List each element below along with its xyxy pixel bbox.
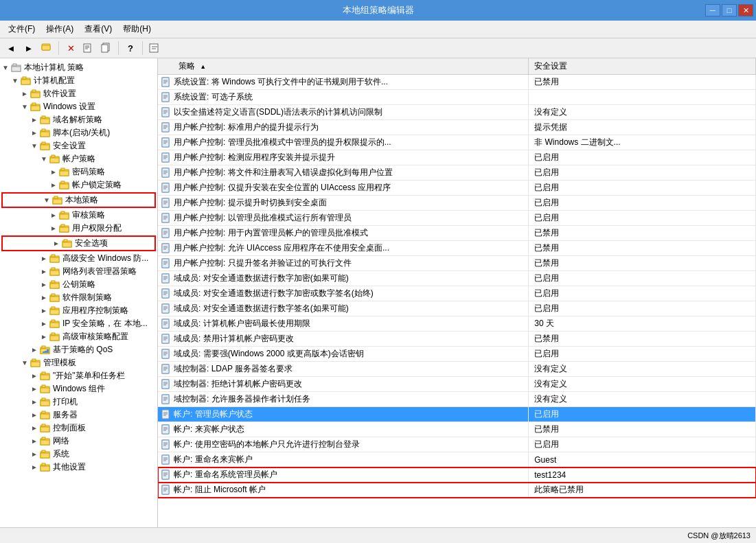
toolbar-back[interactable]: ◄ [3,41,19,56]
table-row[interactable]: 帐户: 重命名系统管理员帐户test1234 [158,467,756,483]
tree-item-network-list[interactable]: ►网络列表管理器策略 [0,265,157,278]
table-row[interactable]: 帐户: 阻止 Microsoft 帐户此策略已禁用 [158,483,756,498]
tree-item-network[interactable]: ►网络 [0,435,157,448]
table-row[interactable]: 用户帐户控制: 标准用户的提升提示行为提示凭据 [158,120,756,135]
tree-expand-windows-settings[interactable]: ▼ [19,102,30,113]
tree-item-local-policy-node[interactable]: ▼本地策略 [1,192,156,208]
table-row[interactable]: 用户帐户控制: 允许 UIAccess 应用程序在不使用安全桌面...已禁用 [158,241,756,256]
tree-expand-windows-components[interactable]: ► [29,384,40,395]
tree-item-password-policy[interactable]: ►密码策略 [0,165,157,178]
tree-expand-admin-templates[interactable]: ▼ [19,358,30,369]
tree-item-ip-security[interactable]: ►IP 安全策略，在 本地... [0,317,157,330]
table-row[interactable]: 域成员: 禁用计算机帐户密码更改已禁用 [158,332,756,347]
tree-item-advanced-audit[interactable]: ►高级审核策略配置 [0,330,157,343]
table-row[interactable]: 系统设置: 将 Windows 可执行文件中的证书规则用于软件...已禁用 [158,75,756,90]
tree-item-control-panel[interactable]: ►控制面板 [0,421,157,435]
col-security[interactable]: 安全设置 [529,58,756,75]
content-pane[interactable]: 策略 ▲ 安全设置 系统设置: 将 Windows 可执行文件中的证书规则用于软… [158,58,756,527]
table-row[interactable]: 用户帐户控制: 以管理员批准模式运行所有管理员已启用 [158,211,756,226]
table-row[interactable]: 帐户: 重命名来宾帐户Guest [158,452,756,467]
tree-expand-ip-security[interactable]: ► [38,319,49,330]
tree-item-server[interactable]: ►服务器 [0,408,157,421]
menu-help[interactable]: 帮助(H) [117,22,157,36]
tree-item-admin-templates[interactable]: ▼管理模板 [0,356,157,369]
tree-expand-start-menu[interactable]: ► [29,371,40,382]
tree-expand-control-panel[interactable]: ► [29,423,40,434]
table-row[interactable]: 域控制器: 拒绝计算机帐户密码更改没有定义 [158,377,756,392]
menu-file[interactable]: 文件(F) [3,22,41,36]
table-row[interactable]: 域成员: 需要强(Windows 2000 或更高版本)会话密钥已启用 [158,347,756,362]
tree-expand-security-options[interactable]: ► [51,238,62,249]
tree-item-account-policy[interactable]: ▼帐户策略 [0,152,157,165]
tree-expand-account-policy[interactable]: ▼ [38,154,49,165]
toolbar-properties[interactable] [80,41,97,56]
table-row[interactable]: 用户帐户控制: 仅提升安装在安全位置的 UIAccess 应用程序已启用 [158,181,756,196]
tree-item-more[interactable]: ►其他设置 [0,461,157,474]
tree-expand-computer-config[interactable]: ▼ [10,76,21,86]
tree-expand-local-policy[interactable]: ▼ [0,62,11,73]
table-row[interactable]: 域成员: 计算机帐户密码最长使用期限30 天 [158,316,756,332]
table-row[interactable]: 帐户: 管理员帐户状态已启用 [158,407,756,422]
tree-item-software-settings[interactable]: ►软件设置 [0,87,157,100]
table-row[interactable]: 用户帐户控制: 管理员批准模式中管理员的提升权限提示的...非 Windows … [158,135,756,150]
tree-item-system[interactable]: ►系统 [0,448,157,461]
tree-expand-qos[interactable]: ► [29,345,40,356]
table-row[interactable]: 用户帐户控制: 将文件和注册表写入错误虚拟化到每用户位置已启用 [158,165,756,181]
table-row[interactable]: 用户帐户控制: 只提升签名并验证过的可执行文件已禁用 [158,256,756,271]
tree-expand-script[interactable]: ► [29,128,40,139]
close-button[interactable]: ✕ [738,4,753,16]
tree-item-app-control[interactable]: ►应用程序控制策略 [0,304,157,317]
tree-item-security-settings[interactable]: ▼安全设置 [0,139,157,152]
tree-item-computer-config[interactable]: ▼计算机配置 [0,74,157,87]
tree-item-start-menu[interactable]: ►"开始"菜单和任务栏 [0,369,157,382]
tree-item-qos[interactable]: ►基于策略的 QoS [0,343,157,356]
tree-item-security-options[interactable]: ►安全选项 [1,235,156,251]
tree-expand-software-settings[interactable]: ► [19,89,30,100]
toolbar-delete[interactable]: ✕ [62,41,79,56]
table-row[interactable]: 帐户: 使用空密码的本地帐户只允许进行控制台登录已启用 [158,437,756,452]
tree-item-advanced-security[interactable]: ►高级安全 Windows 防... [0,252,157,265]
table-row[interactable]: 域成员: 对安全通道数据进行数字加密或数字签名(始终)已启用 [158,286,756,301]
tree-expand-advanced-audit[interactable]: ► [38,332,49,343]
table-row[interactable]: 用户帐户控制: 用于内置管理员帐户的管理员批准模式已禁用 [158,226,756,241]
tree-item-domain-resolve[interactable]: ►域名解析策略 [0,113,157,126]
tree-expand-network-list[interactable]: ► [38,266,49,277]
table-row[interactable]: 用户帐户控制: 提示提升时切换到安全桌面已启用 [158,196,756,211]
table-row[interactable]: 域控制器: 允许服务器操作者计划任务没有定义 [158,392,756,407]
table-row[interactable]: 帐户: 来宾帐户状态已禁用 [158,422,756,437]
toolbar-help[interactable]: ? [122,41,139,56]
toolbar-up[interactable] [38,41,55,56]
tree-expand-advanced-security[interactable]: ► [38,253,49,264]
tree-expand-printer[interactable]: ► [29,397,40,408]
menu-action[interactable]: 操作(A) [41,22,79,36]
tree-expand-public-key[interactable]: ► [38,279,49,290]
tree-item-printer[interactable]: ►打印机 [0,395,157,408]
tree-item-local-policy[interactable]: ▼本地计算机 策略 [0,61,157,74]
minimize-button[interactable]: ─ [705,4,720,16]
tree-expand-lockout-policy[interactable]: ► [48,180,59,191]
tree-item-public-key[interactable]: ►公钥策略 [0,278,157,291]
tree-item-audit-policy[interactable]: ►审核策略 [0,209,157,222]
tree-item-windows-components[interactable]: ►Windows 组件 [0,382,157,395]
maximize-button[interactable]: □ [722,4,737,16]
tree-expand-more[interactable]: ► [29,462,40,473]
menu-view[interactable]: 查看(V) [79,22,117,36]
tree-item-script[interactable]: ►脚本(启动/关机) [0,126,157,139]
tree-pane[interactable]: ▼本地计算机 策略▼计算机配置►软件设置▼Windows 设置►域名解析策略►脚… [0,58,158,527]
table-row[interactable]: 域成员: 对安全通道数据进行数字签名(如果可能)已启用 [158,301,756,316]
tree-expand-server[interactable]: ► [29,410,40,421]
col-policy[interactable]: 策略 ▲ [158,58,529,75]
table-row[interactable]: 以安全描述符定义语言(SDDL)语法表示的计算机访问限制没有定义 [158,105,756,120]
tree-expand-software-restrict[interactable]: ► [38,292,49,303]
table-row[interactable]: 域控制器: LDAP 服务器签名要求没有定义 [158,362,756,377]
tree-expand-audit-policy[interactable]: ► [48,210,59,221]
toolbar-copy[interactable] [98,41,115,56]
tree-expand-system[interactable]: ► [29,449,40,460]
tree-expand-app-control[interactable]: ► [38,305,49,316]
table-row[interactable]: 系统设置: 可选子系统 [158,90,756,105]
table-row[interactable]: 域成员: 对安全通道数据进行数字加密(如果可能)已启用 [158,271,756,286]
toolbar-forward[interactable]: ► [21,41,37,56]
tree-expand-local-policy-node[interactable]: ▼ [41,195,52,206]
tree-item-windows-settings[interactable]: ▼Windows 设置 [0,100,157,113]
tree-expand-security-settings[interactable]: ▼ [29,141,40,152]
